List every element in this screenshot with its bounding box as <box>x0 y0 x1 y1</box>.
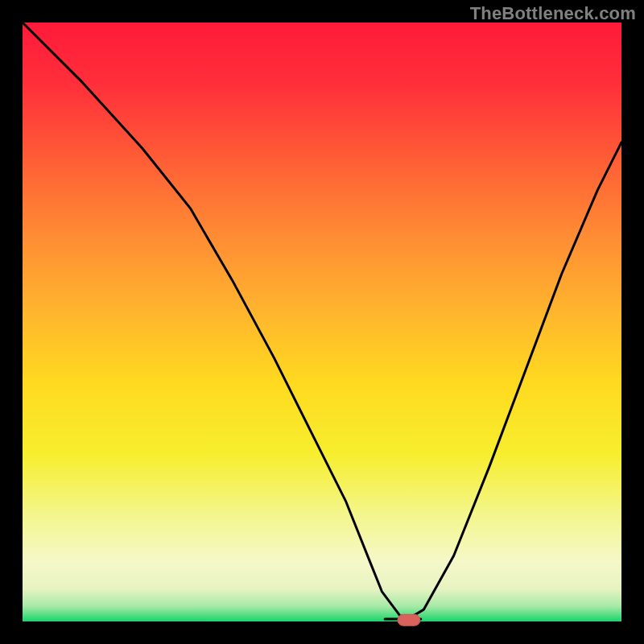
chart-container: TheBottleneck.com <box>0 0 644 644</box>
optimal-point-marker <box>398 614 420 625</box>
watermark-text: TheBottleneck.com <box>470 3 636 24</box>
plot-background <box>23 23 621 621</box>
bottleneck-chart <box>0 0 644 644</box>
